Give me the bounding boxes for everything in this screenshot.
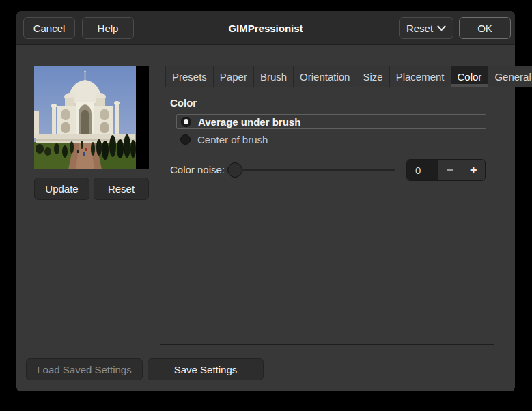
save-settings-button[interactable]: Save Settings: [148, 358, 264, 380]
slider-track[interactable]: [234, 169, 395, 171]
gimpressionist-dialog: Cancel Help GIMPressionist Reset OK: [16, 11, 515, 391]
radio-center-of-brush[interactable]: Center of brush: [176, 132, 486, 147]
tab-placement[interactable]: Placement: [390, 66, 451, 87]
preview-image[interactable]: [34, 66, 149, 169]
color-noise-slider[interactable]: [227, 159, 395, 181]
reset-dropdown-label: Reset: [406, 23, 433, 34]
update-button[interactable]: Update: [34, 178, 89, 200]
preview-reset-button[interactable]: Reset: [94, 178, 149, 200]
tab-paper[interactable]: Paper: [214, 66, 254, 87]
color-noise-label: Color noise:: [170, 164, 225, 175]
load-saved-settings-button[interactable]: Load Saved Settings: [26, 358, 143, 380]
radio-unselected-icon[interactable]: [180, 134, 191, 145]
color-noise-value-field[interactable]: 0: [407, 160, 438, 180]
settings-notebook: Presets Paper Brush Orientation Size Pla…: [160, 66, 494, 345]
tab-brush[interactable]: Brush: [254, 66, 294, 87]
tab-size[interactable]: Size: [356, 66, 389, 87]
tab-orientation[interactable]: Orientation: [294, 66, 356, 87]
tab-general[interactable]: General: [488, 66, 532, 87]
slider-handle[interactable]: [227, 162, 242, 178]
ok-button[interactable]: OK: [459, 17, 511, 39]
cancel-button[interactable]: Cancel: [23, 17, 75, 39]
titlebar: Cancel Help GIMPressionist Reset OK: [16, 11, 515, 45]
radio-center-label: Center of brush: [197, 134, 268, 145]
spin-increment-button[interactable]: +: [462, 160, 486, 180]
radio-average-under-brush[interactable]: Average under brush: [176, 114, 486, 129]
taj-mahal-preview-art: [34, 66, 136, 169]
color-noise-row: Color noise: 0 − +: [160, 159, 494, 181]
spin-decrement-button[interactable]: −: [438, 160, 462, 180]
color-frame-title: Color: [170, 97, 197, 109]
chevron-down-icon: [437, 25, 446, 31]
radio-average-label: Average under brush: [198, 116, 300, 128]
color-noise-spinbox: 0 − +: [406, 159, 486, 181]
tab-presets[interactable]: Presets: [165, 66, 214, 87]
radio-selected-icon[interactable]: [181, 117, 191, 127]
tab-color[interactable]: Color: [451, 66, 489, 87]
help-button[interactable]: Help: [82, 17, 134, 39]
tab-bar: Presets Paper Brush Orientation Size Pla…: [160, 66, 494, 87]
reset-dropdown-button[interactable]: Reset: [399, 17, 453, 39]
